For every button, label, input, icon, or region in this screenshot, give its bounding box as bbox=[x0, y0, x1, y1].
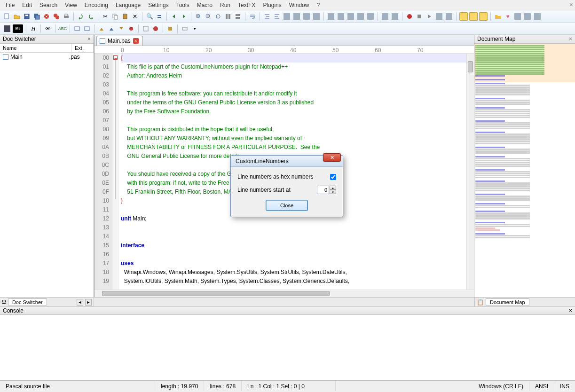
sync-h-icon[interactable] bbox=[234, 12, 242, 21]
heading-icon[interactable]: H bbox=[29, 24, 38, 33]
menu-search[interactable]: Search bbox=[36, 1, 61, 9]
toolbar-icon[interactable] bbox=[513, 12, 522, 21]
document-map-minimap[interactable] bbox=[474, 44, 575, 297]
toolbar2-icon[interactable] bbox=[142, 24, 150, 33]
spin-down-icon[interactable]: ▼ bbox=[330, 190, 336, 194]
fold-margin[interactable] bbox=[112, 54, 119, 290]
menu-edit[interactable]: Edit bbox=[18, 1, 36, 9]
col-name[interactable]: Name bbox=[0, 44, 72, 52]
scrollbar-thumb[interactable] bbox=[468, 61, 473, 72]
save-all-icon[interactable] bbox=[32, 12, 41, 21]
toolbar2-icon[interactable] bbox=[3, 24, 11, 33]
start-at-input[interactable] bbox=[317, 186, 329, 194]
eye-icon[interactable]: 👁 bbox=[44, 24, 52, 33]
folder-icon[interactable] bbox=[494, 12, 502, 21]
outdent-icon[interactable] bbox=[273, 12, 281, 21]
copy-icon[interactable] bbox=[111, 12, 119, 21]
sync-v-icon[interactable] bbox=[224, 12, 232, 21]
console-body[interactable] bbox=[0, 315, 575, 381]
toolbar2-icon[interactable] bbox=[73, 24, 81, 33]
tab-main-pas[interactable]: Main.pas × bbox=[96, 36, 143, 46]
col-ext[interactable]: Ext. bbox=[72, 44, 94, 52]
find-icon[interactable]: 🔍 bbox=[145, 12, 154, 21]
print-icon[interactable] bbox=[62, 12, 71, 21]
toolbar-icon[interactable] bbox=[533, 12, 542, 21]
menu-file[interactable]: File bbox=[2, 1, 18, 9]
menu-run[interactable]: Run bbox=[216, 1, 234, 9]
scrollbar-thumb[interactable] bbox=[102, 291, 330, 296]
toolbar-icon[interactable] bbox=[283, 12, 291, 21]
toolbar-icon[interactable] bbox=[356, 12, 365, 21]
status-insert-mode[interactable]: INS bbox=[554, 381, 575, 391]
menu-encoding[interactable]: Encoding bbox=[81, 1, 112, 9]
omega-icon[interactable]: Ω bbox=[2, 298, 6, 306]
nav-fwd-icon[interactable] bbox=[180, 12, 188, 21]
toolbar2-icon[interactable] bbox=[181, 24, 189, 33]
toolbar2-icon[interactable] bbox=[107, 24, 116, 33]
toolbar-icon[interactable] bbox=[312, 12, 321, 21]
toolbar-icon[interactable] bbox=[347, 12, 355, 21]
toolbar-icon[interactable] bbox=[381, 12, 389, 21]
toolbar2-icon[interactable] bbox=[83, 24, 91, 33]
close-all-icon[interactable] bbox=[52, 12, 61, 21]
scroll-left-icon[interactable]: ◄ bbox=[77, 299, 83, 306]
toolbar-icon[interactable] bbox=[292, 12, 301, 21]
window-close-icon[interactable]: × bbox=[569, 1, 573, 8]
stop-macro-icon[interactable] bbox=[415, 12, 424, 21]
hex-option-checkbox[interactable] bbox=[330, 174, 336, 180]
menu-help[interactable]: ? bbox=[313, 1, 323, 9]
toolbar2-icon[interactable] bbox=[117, 24, 126, 33]
zoom-out-icon[interactable] bbox=[204, 12, 213, 21]
panel-close-icon[interactable]: × bbox=[87, 36, 91, 42]
delete-icon[interactable]: ✕ bbox=[131, 12, 139, 21]
undo-icon[interactable] bbox=[77, 12, 85, 21]
dropdown-icon[interactable]: ▾ bbox=[190, 24, 199, 33]
horizontal-scrollbar[interactable] bbox=[95, 290, 474, 297]
panel-close-icon[interactable]: × bbox=[569, 36, 572, 42]
tab-doc-switcher[interactable]: Doc Switcher bbox=[8, 298, 47, 306]
map-icon[interactable]: 📋 bbox=[477, 299, 484, 306]
toolbar-icon[interactable] bbox=[459, 12, 468, 21]
doc-switcher-row[interactable]: Main .pas bbox=[0, 53, 94, 61]
menu-view[interactable]: View bbox=[61, 1, 81, 9]
toolbar-icon[interactable] bbox=[435, 12, 443, 21]
menu-plugins[interactable]: Plugins bbox=[259, 1, 285, 9]
tab-close-icon[interactable]: × bbox=[133, 38, 139, 44]
redo-icon[interactable] bbox=[87, 12, 95, 21]
zoom-in-icon[interactable] bbox=[194, 12, 203, 21]
play-macro-icon[interactable] bbox=[425, 12, 433, 21]
nav-back-icon[interactable] bbox=[170, 12, 178, 21]
scroll-right-icon[interactable]: ► bbox=[85, 299, 92, 306]
wordwrap-icon[interactable] bbox=[248, 12, 257, 21]
toolbar-icon[interactable] bbox=[445, 12, 453, 21]
paste-icon[interactable] bbox=[121, 12, 129, 21]
status-encoding[interactable]: ANSI bbox=[529, 381, 554, 391]
tab-document-map[interactable]: Document Map bbox=[486, 298, 529, 306]
dialog-close-button[interactable]: ✕ bbox=[323, 153, 341, 162]
toolbar-icon[interactable] bbox=[327, 12, 335, 21]
menu-settings[interactable]: Settings bbox=[144, 1, 172, 9]
open-file-icon[interactable] bbox=[13, 12, 21, 21]
menu-macro[interactable]: Macro bbox=[193, 1, 216, 9]
zoom-reset-icon[interactable] bbox=[214, 12, 222, 21]
menu-tools[interactable]: Tools bbox=[173, 1, 193, 9]
cut-icon[interactable]: ✂ bbox=[101, 12, 110, 21]
toolbar2-icon[interactable] bbox=[127, 24, 135, 33]
toolbar-icon[interactable] bbox=[302, 12, 311, 21]
indent-icon[interactable] bbox=[263, 12, 271, 21]
spin-up-icon[interactable]: ▲ bbox=[330, 186, 336, 190]
toolbar2-icon[interactable] bbox=[166, 24, 174, 33]
close-button[interactable]: Close bbox=[266, 200, 308, 211]
record-macro-icon[interactable] bbox=[405, 12, 414, 21]
fold-toggle-icon[interactable] bbox=[113, 55, 118, 60]
new-file-icon[interactable] bbox=[3, 12, 11, 21]
toolbar-icon[interactable] bbox=[337, 12, 345, 21]
toolbar-icon[interactable] bbox=[469, 12, 478, 21]
toolbar-icon[interactable] bbox=[479, 12, 488, 21]
panel-close-icon[interactable]: × bbox=[569, 307, 572, 314]
menu-language[interactable]: Language bbox=[112, 1, 144, 9]
menu-window[interactable]: Window bbox=[285, 1, 313, 9]
toolbar2-icon[interactable] bbox=[97, 24, 106, 33]
spellcheck-icon[interactable]: ABC bbox=[58, 24, 67, 33]
save-icon[interactable] bbox=[23, 12, 31, 21]
